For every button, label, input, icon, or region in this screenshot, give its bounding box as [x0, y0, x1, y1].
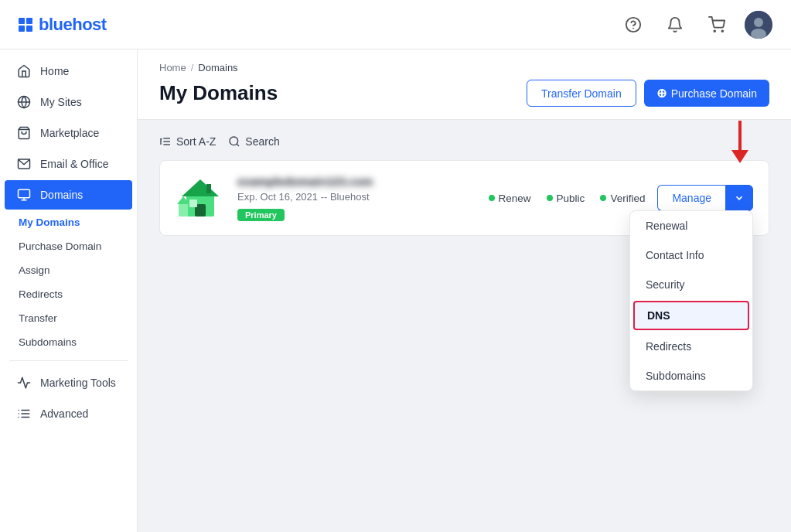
svg-rect-29	[206, 184, 211, 193]
breadcrumb-current: Domains	[198, 62, 237, 73]
verified-dot	[600, 195, 606, 201]
avatar[interactable]	[745, 11, 772, 39]
manage-button-group: Manage	[657, 185, 753, 211]
dropdown-menu: Renewal Contact Info Security DNS Redire…	[629, 210, 753, 391]
domain-expiry: Exp. Oct 16, 2021 -- Bluehost	[237, 191, 476, 203]
sidebar-sub-label: My Domains	[19, 217, 80, 228]
sidebar-item-label: My Sites	[40, 96, 82, 108]
sort-button[interactable]: Sort A-Z	[159, 135, 216, 148]
sidebar-item-marketing-tools[interactable]: Marketing Tools	[5, 368, 132, 397]
domain-status: Renew Public Verified	[489, 193, 646, 204]
manage-dropdown-button[interactable]	[725, 185, 753, 211]
svg-marker-26	[182, 179, 219, 196]
svg-point-3	[721, 30, 723, 32]
domain-name: exampledomain123.com	[237, 175, 476, 188]
sidebar-sub-item-purchase-domain[interactable]: Purchase Domain	[0, 234, 137, 258]
sidebar-sub-item-my-domains[interactable]: My Domains	[0, 210, 137, 234]
main-content: Home / Domains My Domains Transfer Domai…	[138, 49, 791, 532]
svg-point-5	[754, 18, 763, 27]
page-title-row: My Domains Transfer Domain ⊕ Purchase Do…	[159, 80, 769, 119]
sidebar-sub-label: Redirects	[19, 288, 63, 300]
dropdown-item-security[interactable]: Security	[630, 270, 752, 299]
status-verified: Verified	[600, 193, 645, 204]
main-layout: Home My Sites Marketplace Email & Office	[0, 49, 791, 532]
domains-icon	[17, 188, 31, 202]
sort-icon	[159, 135, 172, 148]
sidebar-divider-1	[9, 360, 128, 361]
domain-info: exampledomain123.com Exp. Oct 16, 2021 -…	[237, 175, 476, 221]
svg-rect-30	[179, 203, 188, 217]
sidebar-item-home[interactable]: Home	[5, 56, 132, 86]
content-area: Sort A-Z Search	[138, 120, 791, 251]
advanced-icon	[17, 407, 31, 421]
toolbar: Sort A-Z Search	[159, 135, 769, 148]
email-icon	[17, 157, 31, 171]
sidebar-sub-label: Transfer	[19, 312, 57, 324]
marketing-icon	[17, 376, 31, 390]
header-icons	[619, 11, 772, 39]
renew-dot	[489, 195, 495, 201]
breadcrumb: Home / Domains	[159, 62, 769, 73]
sidebar-item-domains[interactable]: Domains	[5, 180, 132, 210]
dropdown-item-redirects[interactable]: Redirects	[630, 332, 752, 361]
svg-point-2	[714, 30, 715, 32]
app-header: bluehost	[0, 0, 791, 49]
sidebar: Home My Sites Marketplace Email & Office	[0, 49, 138, 532]
svg-point-23	[230, 137, 238, 145]
dropdown-item-dns[interactable]: DNS	[633, 301, 749, 330]
sidebar-item-email-office[interactable]: Email & Office	[5, 149, 132, 179]
renew-label: Renew	[499, 193, 531, 204]
domain-card: exampledomain123.com Exp. Oct 16, 2021 -…	[159, 160, 769, 236]
sidebar-item-my-sites[interactable]: My Sites	[5, 87, 132, 117]
sidebar-item-label: Domains	[40, 189, 83, 201]
dropdown-item-contact-info[interactable]: Contact Info	[630, 240, 752, 270]
sidebar-sub-item-redirects[interactable]: Redirects	[0, 282, 137, 306]
purchase-domain-button[interactable]: ⊕ Purchase Domain	[644, 80, 769, 107]
search-icon	[228, 135, 240, 148]
manage-button[interactable]: Manage	[657, 185, 725, 211]
transfer-domain-button[interactable]: Transfer Domain	[527, 80, 636, 107]
sidebar-sub-label: Subdomains	[19, 336, 77, 348]
svg-rect-10	[19, 189, 30, 198]
red-arrow-indicator	[728, 121, 752, 167]
breadcrumb-separator: /	[191, 62, 194, 73]
svg-line-24	[237, 144, 239, 146]
help-icon[interactable]	[619, 11, 647, 39]
sidebar-sub-item-assign[interactable]: Assign	[0, 258, 137, 282]
chevron-down-icon	[734, 193, 745, 203]
page-title: My Domains	[159, 81, 278, 105]
page-actions: Transfer Domain ⊕ Purchase Domain	[527, 80, 769, 107]
sidebar-item-label: Marketing Tools	[40, 377, 116, 389]
sidebar-item-advanced[interactable]: Advanced	[5, 399, 132, 428]
sidebar-item-label: Home	[40, 65, 69, 77]
sidebar-item-label: Email & Office	[40, 158, 108, 170]
public-dot	[547, 195, 553, 201]
sidebar-sub-label: Assign	[19, 264, 50, 276]
home-icon	[17, 64, 31, 78]
page-header: Home / Domains My Domains Transfer Domai…	[138, 49, 791, 120]
wordpress-icon	[17, 95, 31, 109]
sort-label: Sort A-Z	[176, 135, 216, 148]
sidebar-sub-item-transfer[interactable]: Transfer	[0, 306, 137, 330]
domain-badge: Primary	[237, 209, 285, 221]
verified-label: Verified	[610, 193, 645, 204]
cart-icon[interactable]	[703, 11, 731, 39]
notification-icon[interactable]	[661, 11, 689, 39]
plus-icon: ⊕	[656, 86, 667, 101]
sidebar-sub-item-subdomains[interactable]: Subdomains	[0, 330, 137, 354]
status-renew: Renew	[489, 193, 531, 204]
public-label: Public	[557, 193, 585, 204]
dropdown-item-renewal[interactable]: Renewal	[630, 211, 752, 240]
logo[interactable]: bluehost	[19, 15, 107, 35]
logo-grid-icon	[19, 18, 32, 32]
sidebar-item-label: Marketplace	[40, 127, 99, 139]
search-button[interactable]: Search	[228, 135, 279, 148]
bag-icon	[17, 126, 31, 140]
breadcrumb-home[interactable]: Home	[159, 62, 186, 73]
status-public: Public	[547, 193, 585, 204]
search-label: Search	[245, 135, 279, 148]
dropdown-item-subdomains[interactable]: Subdomains	[630, 361, 752, 390]
domain-logo	[176, 173, 225, 223]
sidebar-item-marketplace[interactable]: Marketplace	[5, 118, 132, 148]
logo-text: bluehost	[39, 15, 107, 35]
